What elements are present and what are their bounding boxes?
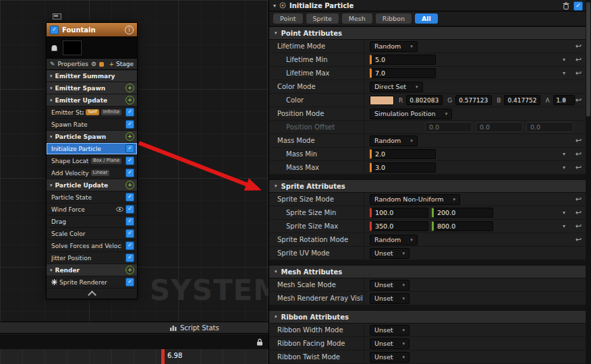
module-jitter-position[interactable]: Jitter Position ✓: [47, 252, 137, 264]
module-particle-state[interactable]: Particle State ✓: [47, 191, 137, 204]
sprite-uv-mode-dropdown[interactable]: Unset▾: [370, 248, 410, 259]
mass-min-field[interactable]: 2.0: [370, 149, 436, 159]
tab-ribbon[interactable]: Ribbon: [376, 13, 412, 24]
chevron-down-icon[interactable]: ▾: [563, 70, 565, 76]
add-stage-button[interactable]: + Stage: [109, 61, 134, 67]
module-enabled-checkbox[interactable]: ✓: [125, 156, 134, 165]
emitter-node-header[interactable]: ✓ Fountain i: [47, 23, 137, 37]
details-scrollbar[interactable]: [586, 0, 591, 364]
mass-max-field[interactable]: 3.0: [370, 162, 436, 173]
emitter-node-fountain[interactable]: ✓ Fountain i ✎ Properties ⚙ + Stage: [46, 22, 138, 299]
ribbon-width-mode-dropdown[interactable]: Unset▾: [370, 325, 410, 336]
module-enabled-checkbox[interactable]: ✓: [125, 205, 134, 214]
module-scale-color[interactable]: Scale Color ✓: [47, 228, 137, 240]
module-enabled-checkbox[interactable]: ✓: [125, 169, 134, 177]
lock-icon[interactable]: [256, 338, 263, 346]
module-enabled-checkbox[interactable]: ✓: [125, 108, 134, 117]
sprite-rotation-mode-dropdown[interactable]: Random▾: [370, 235, 418, 245]
timeline-track[interactable]: [0, 349, 269, 364]
module-enabled-checkbox[interactable]: ✓: [125, 229, 134, 238]
reset-icon[interactable]: ↩: [575, 235, 582, 244]
chevron-down-icon[interactable]: ▾: [563, 57, 565, 63]
module-enabled-checkbox[interactable]: ✓: [125, 193, 134, 202]
module-enabled-checkbox[interactable]: ✓: [125, 241, 134, 250]
color-b-field[interactable]: 0.417752: [504, 95, 540, 105]
eye-icon[interactable]: [116, 207, 123, 212]
stack-group-particle-spawn[interactable]: ▾ Particle Spawn +: [47, 131, 137, 143]
module-shape-location[interactable]: Shape Location Box / Plane ✓: [47, 155, 137, 167]
reset-icon[interactable]: ↩: [575, 42, 582, 51]
reset-icon[interactable]: ↩: [575, 55, 582, 64]
module-drag[interactable]: Drag ✓: [47, 216, 137, 228]
mass-mode-dropdown[interactable]: Random▾: [370, 135, 418, 146]
emitter-enabled-checkbox[interactable]: ✓: [50, 26, 59, 34]
timeline-playhead[interactable]: [161, 349, 165, 364]
reset-icon[interactable]: ↩: [575, 208, 582, 217]
module-enabled-checkbox[interactable]: ✓: [573, 1, 583, 11]
stack-group-emitter-summary[interactable]: ▾ Emitter Summary: [47, 70, 137, 82]
ribbon-twist-mode-dropdown[interactable]: Unset▾: [370, 352, 410, 363]
lifetime-mode-dropdown[interactable]: Random▾: [370, 41, 418, 52]
module-enabled-checkbox[interactable]: ✓: [125, 120, 134, 129]
section-header[interactable]: ▾ Ribbon Attributes: [269, 310, 591, 324]
reset-icon[interactable]: ↩: [575, 222, 582, 231]
position-mode-dropdown[interactable]: Simulation Position▾: [370, 109, 452, 119]
module-initialize-particle[interactable]: Initialize Particle ✓: [47, 143, 137, 155]
module-sprite-renderer[interactable]: Sprite Renderer ✓: [47, 276, 137, 289]
reset-icon[interactable]: ↩: [575, 150, 582, 158]
reset-icon[interactable]: ↩: [575, 195, 582, 204]
sprite-size-min-x-field[interactable]: 100.0: [370, 208, 428, 218]
properties-row[interactable]: ✎ Properties ⚙ + Stage: [47, 59, 137, 70]
section-header[interactable]: ▾ Sprite Attributes: [269, 179, 591, 193]
chevron-down-icon[interactable]: ▾: [563, 223, 565, 229]
delete-module-icon[interactable]: [563, 2, 569, 9]
reset-icon[interactable]: ↩: [575, 96, 582, 104]
sprite-size-mode-dropdown[interactable]: Random Non-Uniform▾: [370, 194, 460, 205]
add-module-icon[interactable]: +: [125, 132, 134, 141]
module-wind-force[interactable]: Wind Force ✓: [47, 204, 137, 216]
color-g-field[interactable]: 0.577123: [455, 95, 492, 105]
add-module-icon[interactable]: +: [125, 181, 134, 189]
module-emitter-state[interactable]: Emitter State Self Infinite ✓: [47, 107, 137, 119]
chevron-down-icon[interactable]: ▾: [563, 97, 565, 103]
module-spawn-rate[interactable]: Spawn Rate ✓: [47, 119, 137, 131]
stack-group-render[interactable]: ▾ Render +: [47, 264, 137, 276]
add-module-icon[interactable]: +: [125, 84, 134, 92]
add-module-icon[interactable]: +: [125, 96, 134, 104]
scrollbar-thumb[interactable]: [586, 2, 590, 117]
reset-icon[interactable]: ↩: [575, 136, 582, 145]
isolate-ghost-icon[interactable]: [51, 44, 58, 52]
tab-mesh[interactable]: Mesh: [342, 13, 372, 24]
chevron-down-icon[interactable]: ▾: [563, 164, 565, 171]
chevron-down-icon[interactable]: ▾: [273, 3, 276, 9]
niagara-graph-canvas[interactable]: SYSTEM ✓ Fountain i ✎ Properties ⚙: [0, 0, 269, 364]
chevron-down-icon[interactable]: ▾: [563, 210, 565, 216]
lifetime-max-field[interactable]: 7.0: [370, 68, 436, 78]
module-add-velocity[interactable]: Add Velocity Linear ✓: [47, 167, 137, 179]
reset-icon[interactable]: ↩: [575, 69, 582, 78]
mesh-scale-mode-dropdown[interactable]: Unset▾: [370, 280, 410, 291]
node-collapse-button[interactable]: [47, 289, 137, 299]
reset-icon[interactable]: ↩: [575, 163, 582, 172]
lifetime-min-field[interactable]: 5.0: [370, 55, 436, 65]
tab-sprite[interactable]: Sprite: [306, 13, 339, 24]
stack-group-emitter-update[interactable]: ▾ Emitter Update +: [47, 94, 137, 107]
stack-group-emitter-spawn[interactable]: ▾ Emitter Spawn +: [47, 82, 137, 94]
color-r-field[interactable]: 0.802083: [406, 95, 443, 105]
module-enabled-checkbox[interactable]: ✓: [125, 144, 134, 153]
tab-all[interactable]: All: [415, 13, 438, 24]
section-header[interactable]: ▾ Mesh Attributes: [269, 265, 591, 278]
add-module-icon[interactable]: +: [125, 266, 134, 274]
stack-group-particle-update[interactable]: ▾ Particle Update +: [47, 179, 137, 191]
mesh-renderer-array-visibility-dropdown[interactable]: Unset▾: [370, 293, 410, 304]
chevron-down-icon[interactable]: ▾: [563, 151, 565, 157]
section-header[interactable]: ▾ Point Attributes: [269, 26, 591, 40]
ribbon-facing-mode-dropdown[interactable]: Unset▾: [370, 338, 410, 349]
color-swatch[interactable]: [370, 96, 394, 105]
script-stats-tab[interactable]: Script Stats: [0, 322, 269, 334]
module-enabled-checkbox[interactable]: ✓: [125, 278, 134, 286]
sprite-size-min-y-field[interactable]: 200.0: [432, 208, 493, 218]
module-solve-forces-velocity[interactable]: Solve Forces and Velocity ✓: [47, 240, 137, 252]
tab-point[interactable]: Point: [273, 13, 303, 24]
info-icon[interactable]: i: [125, 26, 134, 34]
